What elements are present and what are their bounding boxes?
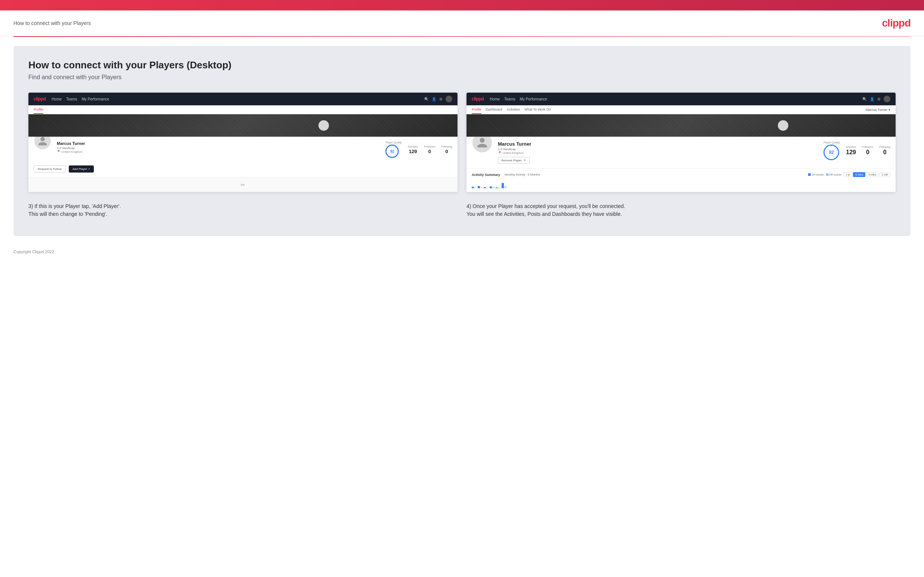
location-pin-icon: 📍 [57, 150, 61, 153]
left-nav-links: Home Teams My Performance [52, 97, 418, 101]
left-location: 📍 United Kingdom [57, 150, 380, 153]
right-activities-label: Activities [846, 146, 856, 148]
right-nav-my-performance[interactable]: My Performance [520, 97, 547, 101]
left-following-label: Following [441, 145, 452, 148]
player-dropdown[interactable]: Marcus Turner ▾ [866, 108, 890, 114]
left-player-name: Marcus Turner [57, 141, 380, 146]
right-quality-circle: 92 [824, 145, 839, 160]
tab-dashboard[interactable]: Dashboard [486, 108, 502, 114]
left-activities-label: Activities [408, 145, 418, 148]
left-followers-value: 0 [424, 148, 435, 154]
right-profile-info: Marcus Turner 1-5 Handicap 📍 United King… [467, 137, 896, 168]
right-player-name: Marcus Turner [498, 141, 818, 147]
off-course-bar [480, 187, 483, 188]
off-course-dot [826, 173, 829, 176]
right-nav-home[interactable]: Home [489, 97, 500, 101]
left-stat-quality: Player Quality 92 [385, 141, 402, 158]
header-divider [13, 36, 911, 37]
bar-group [478, 186, 483, 188]
period-6mths[interactable]: 6 mths [853, 172, 865, 177]
caption-left: 3) If this is your Player tap, 'Add Play… [28, 202, 457, 218]
bar-group [484, 187, 489, 188]
right-followers-value: 0 [862, 149, 873, 156]
tab-profile-left[interactable]: Profile [34, 108, 44, 114]
request-to-follow-button[interactable]: Request to Follow [34, 166, 66, 172]
right-profile-tabs: Profile Dashboard Activities What To Wor… [467, 105, 896, 114]
right-activities-value: 129 [846, 149, 856, 156]
on-course-dot [808, 173, 811, 176]
right-nav-teams[interactable]: Teams [504, 97, 515, 101]
right-stat-quality: Player Quality 92 [824, 141, 840, 160]
left-nav-logo: clippd [34, 96, 45, 102]
screenshots-row: clippd Home Teams My Performance 🔍 👤 ⚙ P… [28, 93, 896, 192]
left-quality-circle: 92 [385, 145, 399, 158]
left-profile-stats: Player Quality 92 Activities 129 Followe… [385, 141, 452, 158]
right-hero-banner [467, 114, 896, 137]
activity-summary: Activity Summary Monthly Activity · 6 Mo… [467, 168, 896, 192]
captions-row: 3) If this is your Player tap, 'Add Play… [28, 202, 896, 218]
tab-profile-right[interactable]: Profile [472, 108, 481, 114]
period-1yr[interactable]: 1 yr [844, 172, 853, 177]
left-nav-icons: 🔍 👤 ⚙ [424, 96, 452, 102]
right-app-nav: clippd Home Teams My Performance 🔍 👤 ⚙ [467, 93, 896, 105]
add-player-button[interactable]: Add Player + [69, 166, 94, 172]
off-course-bar [504, 186, 506, 188]
header: How to connect with your Players clippd [0, 10, 924, 36]
tab-activities[interactable]: Activities [507, 108, 520, 114]
on-course-bar [478, 186, 480, 188]
nav-avatar[interactable] [446, 96, 452, 102]
right-hero-circle [778, 120, 788, 131]
off-course-bar [492, 187, 494, 188]
left-activities-value: 129 [408, 148, 418, 154]
left-profile-details: Marcus Turner 1-5 Handicap 📍 United King… [57, 141, 380, 153]
right-settings-icon[interactable]: ⚙ [877, 97, 880, 101]
footer: Copyright Clippd 2022 [0, 245, 924, 260]
copyright: Copyright Clippd 2022 [13, 250, 54, 254]
right-user-icon[interactable]: 👤 [870, 97, 874, 101]
bar-group [496, 187, 501, 188]
left-nav-home[interactable]: Home [52, 97, 62, 101]
bar-group [472, 187, 477, 188]
avatar-icon [37, 136, 48, 147]
settings-icon[interactable]: ⚙ [439, 97, 443, 101]
page-subheading: Find and connect with your Players [28, 74, 896, 81]
left-stat-following: Following 0 [441, 145, 452, 154]
right-following-label: Following [879, 146, 890, 148]
bar-group [489, 186, 494, 188]
pencil-icon: ✏ [241, 182, 245, 188]
left-app-nav: clippd Home Teams My Performance 🔍 👤 ⚙ [28, 93, 457, 105]
right-nav-icons: 🔍 👤 ⚙ [862, 96, 890, 102]
right-followers-label: Followers [862, 146, 873, 148]
right-handicap: 1-5 Handicap [498, 148, 818, 151]
user-icon[interactable]: 👤 [432, 97, 436, 101]
left-quality-label: Player Quality [385, 141, 402, 144]
search-icon[interactable]: 🔍 [424, 97, 429, 101]
left-nav-my-performance[interactable]: My Performance [81, 97, 109, 101]
remove-player-button[interactable]: Remove Player ✕ [498, 157, 530, 164]
left-nav-teams[interactable]: Teams [66, 97, 77, 101]
activity-title: Activity Summary [472, 173, 500, 177]
right-location-pin-icon: 📍 [498, 151, 502, 155]
screenshot-left: clippd Home Teams My Performance 🔍 👤 ⚙ P… [28, 93, 457, 192]
tab-what-to-work-on[interactable]: What To Work On [524, 108, 551, 114]
on-course-bar [496, 187, 498, 188]
period-3mths[interactable]: 3 mths [866, 172, 879, 177]
activity-controls: On course Off course 1 yr 6 mths 3 mths … [808, 172, 890, 177]
caption-right: 4) Once your Player has accepted your re… [467, 202, 896, 218]
left-profile-info: Marcus Turner 1-5 Handicap 📍 United King… [28, 137, 457, 163]
right-following-value: 0 [879, 149, 890, 156]
logo: clippd [882, 17, 911, 29]
on-course-bar [472, 187, 474, 188]
add-player-label: Add Player [73, 167, 87, 171]
chevron-down-icon: ▾ [888, 108, 890, 112]
left-followers-label: Followers [424, 145, 435, 148]
left-hero-banner [28, 114, 457, 137]
right-search-icon[interactable]: 🔍 [862, 97, 867, 101]
period-1mth[interactable]: 1 mth [879, 172, 890, 177]
right-nav-avatar[interactable] [884, 96, 890, 102]
activity-bars [472, 179, 890, 188]
dropdown-label: Marcus Turner [866, 108, 887, 112]
top-bar [0, 0, 924, 10]
activity-period: Monthly Activity · 6 Months [505, 173, 540, 176]
on-course-bar [489, 186, 492, 188]
